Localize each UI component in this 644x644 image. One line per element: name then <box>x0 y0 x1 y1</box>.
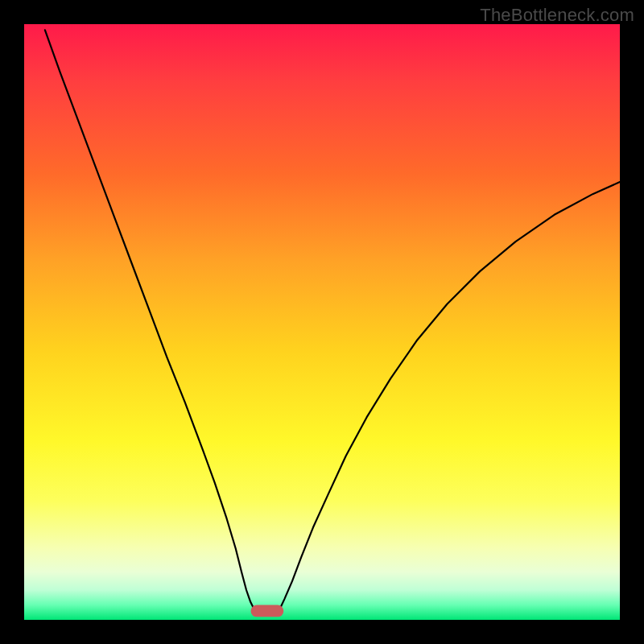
marker-group <box>251 605 284 617</box>
plot-background <box>24 24 620 620</box>
watermark-text: TheBottleneck.com <box>480 5 634 26</box>
bottleneck-marker <box>251 605 284 617</box>
bottleneck-chart: TheBottleneck.com <box>0 0 644 644</box>
chart-svg <box>0 0 644 644</box>
